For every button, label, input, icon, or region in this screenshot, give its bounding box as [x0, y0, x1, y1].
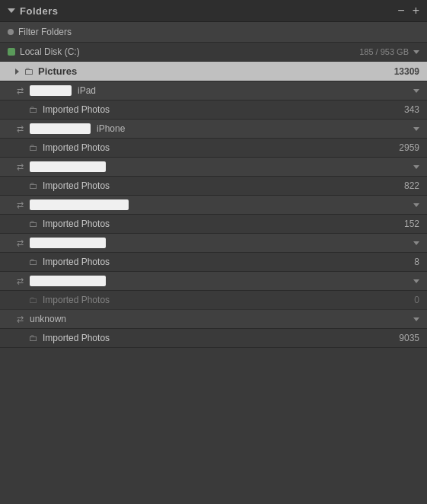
sync-icon-6: ⇄ — [17, 276, 24, 286]
imported-left-3: 🗀 Imported Photos — [29, 180, 110, 191]
unknown-label: unknown — [30, 314, 66, 324]
pictures-count: 13309 — [394, 66, 419, 77]
filter-dot-icon — [8, 29, 14, 35]
imported-left-6: 🗀 Imported Photos — [29, 295, 110, 305]
device-row-4[interactable]: ⇄ — [0, 196, 427, 215]
sync-icon-4: ⇄ — [17, 200, 24, 210]
device-name-redacted-5 — [30, 238, 106, 248]
filter-folders-label: Filter Folders — [18, 27, 72, 37]
filter-folders-row[interactable]: Filter Folders — [0, 22, 427, 43]
imported-label-5: Imported Photos — [43, 257, 110, 267]
imported-label-6: Imported Photos — [43, 295, 110, 305]
imported-label-iphone: Imported Photos — [43, 142, 110, 153]
device-row-5[interactable]: ⇄ — [0, 234, 427, 253]
imported-left-iphone: 🗀 Imported Photos — [29, 142, 110, 153]
panel-header-left: Folders — [8, 5, 58, 17]
imported-count-4: 152 — [404, 219, 419, 229]
imported-row-3[interactable]: 🗀 Imported Photos 822 — [0, 177, 427, 196]
sync-icon-ipad: ⇄ — [17, 86, 24, 96]
drive-chevron-icon — [413, 50, 419, 54]
device-left-iphone: ⇄ iPhone — [17, 123, 125, 134]
imported-row-6[interactable]: 🗀 Imported Photos 0 — [0, 291, 427, 310]
sync-icon-unknown: ⇄ — [17, 314, 24, 324]
device-chevron-icon-5 — [413, 241, 419, 245]
panel-header-actions: − + — [397, 5, 419, 17]
folder-icon-5: 🗀 — [29, 257, 38, 267]
imported-count-ipad: 343 — [404, 104, 419, 115]
pictures-folder-icon: 🗀 — [24, 65, 33, 77]
imported-count-6: 0 — [414, 295, 419, 305]
device-left-ipad: ⇄ iPad — [17, 85, 96, 96]
device-row-6[interactable]: ⇄ — [0, 272, 427, 291]
device-chevron-icon-4 — [413, 203, 419, 207]
folder-icon-6: 🗀 — [29, 295, 38, 305]
imported-row-iphone[interactable]: 🗀 Imported Photos 2959 — [0, 139, 427, 158]
device-row-ipad[interactable]: ⇄ iPad — [0, 81, 427, 100]
folder-icon-3: 🗀 — [29, 180, 38, 191]
sync-icon-iphone: ⇄ — [17, 124, 24, 134]
folder-list: 🗀 Pictures 13309 ⇄ iPad 🗀 Imported Photo… — [0, 62, 427, 504]
sync-icon-5: ⇄ — [17, 238, 24, 248]
device-row-3[interactable]: ⇄ — [0, 158, 427, 177]
panel-title: Folders — [20, 5, 58, 17]
device-label-iphone: iPhone — [97, 123, 125, 134]
device-left-4: ⇄ — [17, 199, 129, 210]
imported-left-4: 🗀 Imported Photos — [29, 219, 110, 229]
imported-label-ipad: Imported Photos — [43, 104, 110, 115]
panel-minus-button[interactable]: − — [397, 5, 404, 17]
device-name-redacted-6 — [30, 276, 106, 286]
pictures-left: 🗀 Pictures — [15, 65, 77, 77]
imported-count-unknown: 9035 — [399, 333, 419, 343]
imported-label-4: Imported Photos — [43, 219, 110, 229]
unknown-row[interactable]: ⇄ unknown — [0, 310, 427, 329]
device-chevron-icon-6 — [413, 279, 419, 283]
imported-label-3: Imported Photos — [43, 180, 110, 191]
device-label-ipad: iPad — [78, 85, 96, 96]
pictures-row[interactable]: 🗀 Pictures 13309 — [0, 62, 427, 81]
device-chevron-icon-3 — [413, 165, 419, 169]
device-name-redacted-iphone — [30, 123, 91, 134]
folder-icon-iphone: 🗀 — [29, 142, 38, 153]
imported-count-3: 822 — [404, 180, 419, 191]
device-chevron-icon-unknown — [413, 317, 419, 321]
drive-usage: 185 / 953 GB — [359, 47, 409, 56]
imported-row-ipad[interactable]: 🗀 Imported Photos 343 — [0, 100, 427, 120]
device-chevron-icon-iphone — [413, 127, 419, 131]
device-left-5: ⇄ — [17, 238, 106, 248]
pictures-chevron-icon — [15, 69, 19, 75]
imported-left-ipad: 🗀 Imported Photos — [29, 104, 110, 115]
imported-row-4[interactable]: 🗀 Imported Photos 152 — [0, 215, 427, 234]
drive-name: Local Disk (C:) — [20, 46, 80, 57]
unknown-left: ⇄ unknown — [17, 314, 66, 324]
drive-left: Local Disk (C:) — [8, 46, 80, 57]
imported-label-unknown: Imported Photos — [43, 333, 110, 343]
device-row-iphone[interactable]: ⇄ iPhone — [0, 120, 427, 139]
device-name-redacted-ipad — [30, 85, 72, 96]
drive-right: 185 / 953 GB — [359, 47, 419, 56]
imported-count-iphone: 2959 — [399, 142, 419, 153]
device-chevron-icon-ipad — [413, 89, 419, 93]
folder-icon-4: 🗀 — [29, 219, 38, 229]
device-name-redacted-3 — [30, 161, 106, 172]
imported-left-unknown: 🗀 Imported Photos — [29, 333, 110, 343]
device-left-6: ⇄ — [17, 276, 106, 286]
imported-row-5[interactable]: 🗀 Imported Photos 8 — [0, 253, 427, 272]
device-left-3: ⇄ — [17, 161, 106, 172]
folder-icon-unknown: 🗀 — [29, 333, 38, 343]
folders-panel: Folders − + Filter Folders Local Disk (C… — [0, 0, 427, 504]
panel-collapse-icon[interactable] — [8, 8, 15, 13]
imported-row-unknown[interactable]: 🗀 Imported Photos 9035 — [0, 329, 427, 348]
imported-left-5: 🗀 Imported Photos — [29, 257, 110, 267]
device-name-redacted-4 — [30, 199, 129, 210]
panel-plus-button[interactable]: + — [413, 5, 419, 17]
panel-header: Folders − + — [0, 0, 427, 22]
drive-indicator-icon — [8, 48, 15, 56]
folder-icon-ipad: 🗀 — [29, 104, 38, 115]
drive-row[interactable]: Local Disk (C:) 185 / 953 GB — [0, 43, 427, 62]
sync-icon-3: ⇄ — [17, 162, 24, 172]
imported-count-5: 8 — [414, 257, 419, 267]
pictures-label: Pictures — [38, 65, 77, 77]
